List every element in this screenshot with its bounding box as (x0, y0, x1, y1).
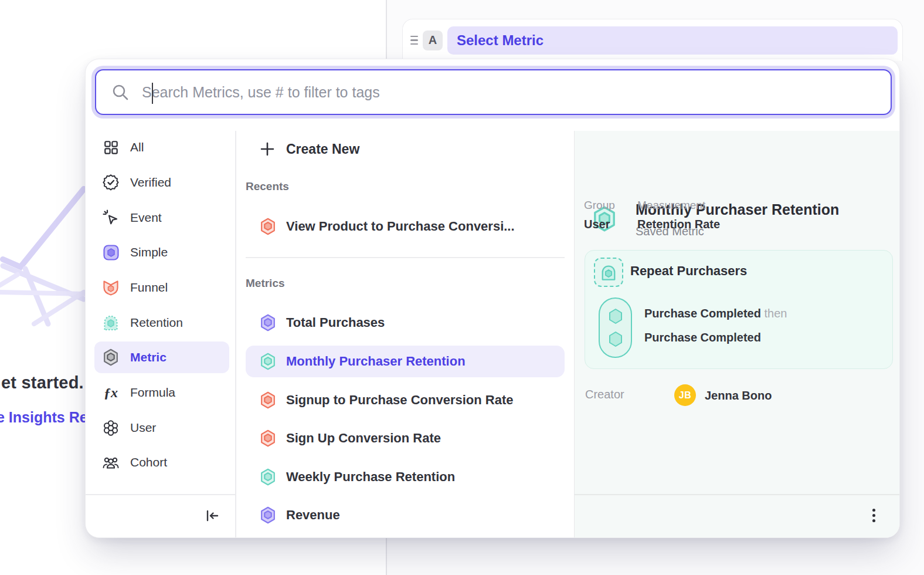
grid-icon (103, 138, 119, 156)
retention-arch-icon (103, 314, 119, 332)
select-metric-button[interactable]: Select Metric (447, 26, 898, 55)
sidebar-item-label: Metric (130, 350, 167, 364)
metric-detail-panel: Monthly Purchaser Retention Saved Metric… (574, 131, 900, 537)
create-new-button[interactable]: Create New (246, 133, 565, 165)
sidebar-item-label: User (130, 421, 156, 435)
event-hexagon-icon (608, 331, 623, 347)
sidebar-item-label: Funnel (130, 280, 168, 295)
sidebar-item-label: Cohort (130, 455, 167, 469)
create-new-label: Create New (286, 141, 359, 157)
background-heading-fragment: et started. (1, 373, 84, 393)
funnel-icon (103, 279, 119, 296)
card-title: Repeat Purchasers (630, 263, 747, 279)
metric-item-sign-up-conversion[interactable]: Sign Up Conversion Rate (246, 422, 565, 454)
cursor-click-icon (103, 209, 119, 226)
sidebar-item-cohort[interactable]: Cohort (94, 447, 229, 478)
cohort-people-icon (103, 454, 119, 471)
purple-metric-icon (260, 506, 276, 524)
screen: et started. e Insights Re A Select Metri… (0, 0, 924, 575)
recent-item-label: View Product to Purchase Conversi... (286, 219, 515, 234)
metric-toolbar: A Select Metric (402, 19, 903, 61)
sidebar-item-label: Formula (130, 385, 175, 400)
recents-header: Recents (246, 180, 289, 193)
sidebar-item-retention[interactable]: Retention (94, 307, 229, 339)
creator-avatar: JB (674, 384, 696, 406)
creator-name: Jenna Bono (705, 389, 772, 402)
sidebar-item-label: Retention (130, 316, 183, 330)
insights-report-link-fragment[interactable]: e Insights Re (0, 409, 88, 426)
metric-item-label: Weekly Purchase Retention (286, 469, 455, 485)
metric-item-signup-to-purchase[interactable]: Signup to Purchase Conversion Rate (246, 384, 565, 416)
retention-step-icon (594, 258, 623, 287)
step-1-text: Purchase Completed then (644, 307, 787, 320)
group-label: Group (584, 199, 615, 212)
sidebar-item-funnel[interactable]: Funnel (94, 272, 229, 303)
metric-item-total-purchases[interactable]: Total Purchases (246, 307, 565, 339)
metric-item-weekly-purchase-retention[interactable]: Weekly Purchase Retention (246, 461, 565, 493)
teal-metric-icon (260, 353, 276, 370)
sidebar-item-label: All (130, 140, 144, 154)
collapse-sidebar-button[interactable] (205, 508, 220, 523)
creator-label: Creator (585, 388, 624, 401)
sidebar-item-label: Event (130, 211, 162, 225)
step-2-event: Purchase Completed (644, 331, 761, 344)
metric-item-label: Signup to Purchase Conversion Rate (286, 393, 514, 408)
measurement-label: Measurement (637, 199, 705, 212)
metric-item-label: Total Purchases (286, 315, 385, 330)
sidebar-item-user[interactable]: User (94, 412, 229, 444)
group-value: User (584, 218, 610, 231)
recent-item-view-product[interactable]: View Product to Purchase Conversi... (246, 211, 565, 242)
list-section-divider (246, 257, 565, 258)
sidebar-item-label: Simple (130, 245, 168, 259)
metric-hexagon-icon (103, 349, 119, 366)
orange-metric-icon (260, 429, 276, 447)
sidebar-item-verified[interactable]: Verified (94, 167, 229, 198)
plus-icon (260, 141, 275, 157)
event-sequence-capsule (599, 297, 632, 358)
sidebar-item-label: Verified (130, 175, 171, 190)
teal-metric-icon (260, 468, 276, 486)
simple-hexagon-icon (103, 243, 119, 261)
event-hexagon-icon (608, 308, 623, 324)
more-options-button[interactable] (867, 508, 881, 522)
step-1-event: Purchase Completed (644, 307, 761, 320)
collapse-left-icon (205, 509, 219, 523)
sidebar-item-formula[interactable]: ƒx Formula (94, 377, 229, 408)
metric-item-monthly-purchaser-retention[interactable]: Monthly Purchaser Retention (246, 346, 565, 377)
metric-picker-modal: All Verified Event (85, 59, 900, 538)
saved-metric-definition-card: Repeat Purchasers Purchase Completed the… (585, 250, 893, 369)
funnel-metric-icon (260, 218, 276, 235)
sidebar-item-simple[interactable]: Simple (94, 236, 229, 268)
sidebar-footer-divider (86, 494, 235, 495)
series-a-badge: A (423, 31, 443, 50)
orange-metric-icon (260, 391, 276, 409)
metric-item-revenue[interactable]: Revenue (246, 499, 565, 531)
metric-list-column: Create New Recents View Product to Purch… (235, 59, 574, 537)
sidebar-item-all[interactable]: All (94, 131, 229, 163)
formula-fx-icon: ƒx (103, 384, 119, 401)
drag-handle-icon[interactable] (409, 36, 419, 45)
metric-item-label: Sign Up Conversion Rate (286, 431, 441, 446)
select-metric-label: Select Metric (457, 32, 543, 49)
user-cluster-icon (103, 419, 119, 437)
decorative-chart-lines (0, 164, 94, 358)
sidebar-item-metric[interactable]: Metric (94, 341, 229, 373)
metrics-header: Metrics (246, 277, 285, 290)
detail-footer-divider (575, 494, 900, 495)
metric-item-label: Revenue (286, 508, 340, 523)
filter-sidebar: All Verified Event (86, 59, 235, 537)
sidebar-item-event[interactable]: Event (94, 202, 229, 234)
metric-item-label: Monthly Purchaser Retention (286, 354, 466, 369)
measurement-value: Retention Rate (637, 218, 720, 231)
purple-metric-icon (260, 314, 276, 332)
badge-check-icon (103, 174, 119, 191)
then-connector: then (765, 307, 787, 320)
